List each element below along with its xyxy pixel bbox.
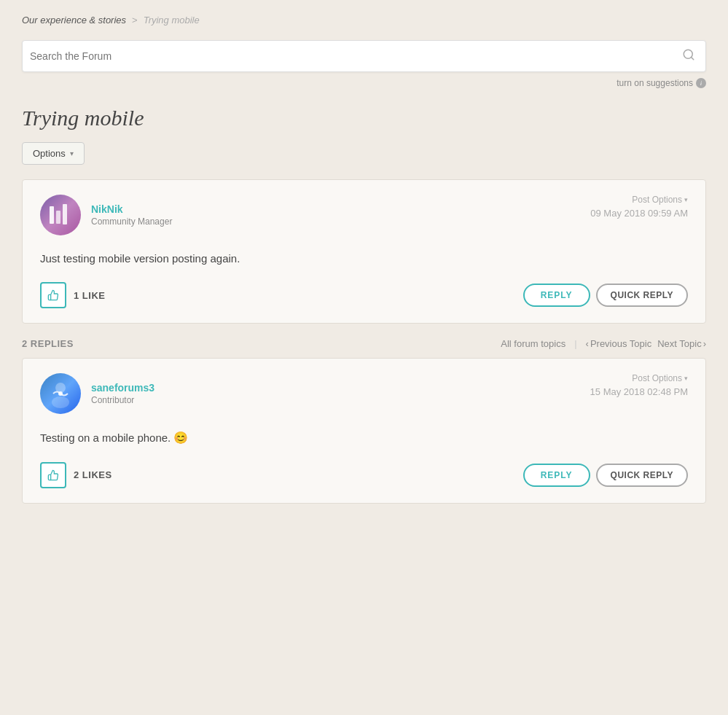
like-button[interactable]	[40, 282, 66, 308]
reply-reply-button[interactable]: REPLY	[523, 464, 590, 487]
reply-avatar-image	[40, 373, 81, 414]
reply-post-options-arrow: ▾	[684, 375, 688, 382]
avatar	[40, 195, 81, 235]
reply-post-card: saneforums3 Contributor Post Options ▾ 1…	[22, 358, 706, 504]
reply-like-button[interactable]	[40, 462, 66, 488]
reply-post-header: saneforums3 Contributor Post Options ▾ 1…	[40, 373, 688, 414]
topic-navigation: All forum topics | ‹ Previous Topic Next…	[501, 338, 706, 349]
action-buttons: REPLY QUICK REPLY	[523, 284, 688, 307]
breadcrumb-parent[interactable]: Our experience & stories	[22, 15, 126, 26]
page-title: Trying mobile	[22, 106, 706, 130]
breadcrumb: Our experience & stories > Trying mobile	[22, 15, 706, 26]
reply-username[interactable]: saneforums3	[91, 382, 154, 394]
all-forum-topics-link[interactable]: All forum topics	[501, 338, 565, 349]
reply-quick-reply-button[interactable]: QUICK REPLY	[596, 464, 688, 487]
breadcrumb-separator: >	[132, 15, 138, 26]
svg-point-7	[58, 391, 63, 396]
quick-reply-button[interactable]: QUICK REPLY	[596, 284, 688, 307]
next-topic-link[interactable]: Next Topic ›	[657, 338, 706, 349]
like-section: 1 LIKE	[40, 282, 105, 308]
svg-rect-3	[56, 211, 60, 224]
reply-like-section: 2 LIKES	[40, 462, 112, 488]
svg-point-6	[52, 396, 69, 408]
reply-user-meta: saneforums3 Contributor	[91, 382, 154, 405]
main-post-card: NikNik Community Manager Post Options ▾ …	[22, 179, 706, 324]
reply-post-options-link[interactable]: Post Options ▾	[632, 373, 688, 383]
reply-user-role: Contributor	[91, 395, 154, 405]
reply-like-count: 2 LIKES	[74, 469, 112, 480]
user-info: NikNik Community Manager	[40, 195, 172, 235]
search-input[interactable]	[30, 50, 679, 62]
reply-button[interactable]: REPLY	[523, 284, 590, 307]
post-options-arrow: ▾	[684, 196, 688, 203]
replies-count: 2 REPLIES	[22, 338, 74, 349]
emoji-smile: 😊	[173, 431, 188, 444]
post-header: NikNik Community Manager Post Options ▾ …	[40, 195, 688, 235]
reply-post-content: Testing on a mobile phone. 😊	[40, 429, 688, 448]
replies-nav: 2 REPLIES All forum topics | ‹ Previous …	[22, 338, 706, 349]
username[interactable]: NikNik	[91, 203, 172, 215]
suggestions-row: turn on suggestions i	[22, 78, 706, 88]
user-role: Community Manager	[91, 216, 172, 227]
post-options-link[interactable]: Post Options ▾	[632, 195, 688, 205]
thumbs-up-icon	[47, 289, 59, 301]
previous-topic-link[interactable]: ‹ Previous Topic	[586, 338, 652, 349]
reply-post-date: 15 May 2018 02:48 PM	[590, 386, 688, 397]
suggestions-label[interactable]: turn on suggestions	[617, 78, 693, 88]
svg-rect-2	[50, 206, 54, 224]
avatar-graphic	[46, 200, 75, 230]
post-footer: 1 LIKE REPLY QUICK REPLY	[40, 282, 688, 308]
options-label: Options	[33, 148, 66, 159]
reply-post-footer: 2 LIKES REPLY QUICK REPLY	[40, 462, 688, 488]
post-content: Just testing mobile version posting agai…	[40, 250, 688, 267]
search-button[interactable]	[679, 45, 698, 67]
reply-avatar-graphic	[46, 379, 75, 408]
svg-rect-4	[63, 204, 67, 224]
svg-line-1	[691, 57, 693, 59]
like-count: 1 LIKE	[74, 290, 105, 301]
reply-avatar	[40, 373, 81, 414]
breadcrumb-current: Trying mobile	[144, 15, 200, 26]
reply-action-buttons: REPLY QUICK REPLY	[523, 464, 688, 487]
search-container	[22, 40, 706, 72]
search-icon	[682, 48, 695, 61]
user-meta: NikNik Community Manager	[91, 203, 172, 227]
post-date: 09 May 2018 09:59 AM	[590, 208, 688, 219]
chevron-down-icon: ▾	[70, 149, 74, 157]
options-button[interactable]: Options ▾	[22, 142, 85, 165]
avatar-image	[40, 195, 81, 235]
reply-thumbs-up-icon	[47, 469, 59, 481]
info-icon: i	[696, 78, 706, 88]
reply-user-info: saneforums3 Contributor	[40, 373, 154, 414]
